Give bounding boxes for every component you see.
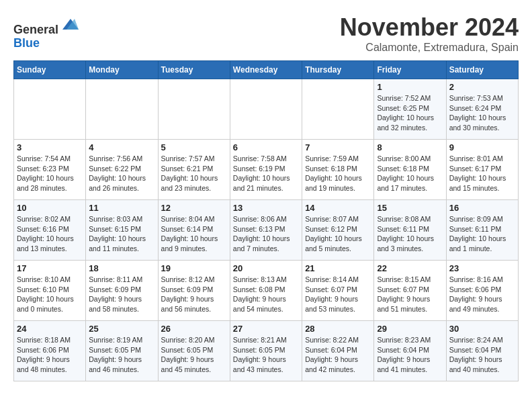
day-number: 25 — [89, 324, 154, 334]
day-number: 13 — [233, 203, 299, 213]
location-subtitle: Calamonte, Extremadura, Spain — [340, 42, 519, 54]
calendar-table: SundayMondayTuesdayWednesdayThursdayFrid… — [13, 60, 519, 381]
day-number: 9 — [449, 142, 515, 152]
calendar-cell: 28Sunrise: 8:22 AMSunset: 6:04 PMDayligh… — [302, 321, 374, 381]
calendar-cell: 25Sunrise: 8:19 AMSunset: 6:05 PMDayligh… — [86, 321, 158, 381]
calendar-cell: 12Sunrise: 8:04 AMSunset: 6:14 PMDayligh… — [158, 200, 230, 261]
calendar-week-2: 3Sunrise: 7:54 AMSunset: 6:23 PMDaylight… — [14, 140, 519, 200]
calendar-week-3: 10Sunrise: 8:02 AMSunset: 6:16 PMDayligh… — [14, 200, 519, 261]
day-number: 11 — [89, 203, 154, 213]
day-number: 26 — [161, 324, 227, 334]
day-number: 6 — [233, 142, 299, 152]
day-number: 3 — [17, 142, 83, 152]
day-number: 14 — [305, 203, 371, 213]
day-info: Sunrise: 7:57 AMSunset: 6:21 PMDaylight:… — [161, 154, 227, 193]
day-number: 2 — [449, 82, 515, 92]
title-block: November 2024 Calamonte, Extremadura, Sp… — [340, 13, 519, 54]
day-number: 27 — [233, 324, 299, 334]
day-number: 16 — [449, 203, 515, 213]
day-info: Sunrise: 8:21 AMSunset: 6:05 PMDaylight:… — [233, 335, 299, 375]
calendar-cell: 23Sunrise: 8:16 AMSunset: 6:06 PMDayligh… — [446, 261, 518, 321]
day-info: Sunrise: 8:06 AMSunset: 6:13 PMDaylight:… — [233, 214, 299, 254]
weekday-header-wednesday: Wednesday — [230, 61, 302, 79]
day-info: Sunrise: 8:00 AMSunset: 6:18 PMDaylight:… — [377, 154, 443, 193]
day-number: 8 — [377, 142, 443, 152]
calendar-cell: 21Sunrise: 8:14 AMSunset: 6:07 PMDayligh… — [302, 261, 374, 321]
calendar-cell: 16Sunrise: 8:09 AMSunset: 6:11 PMDayligh… — [446, 200, 518, 261]
calendar-cell: 14Sunrise: 8:07 AMSunset: 6:12 PMDayligh… — [302, 200, 374, 261]
day-info: Sunrise: 8:02 AMSunset: 6:16 PMDaylight:… — [17, 214, 83, 254]
calendar-week-1: 1Sunrise: 7:52 AMSunset: 6:25 PMDaylight… — [14, 79, 519, 140]
weekday-header-monday: Monday — [86, 61, 158, 79]
day-info: Sunrise: 8:09 AMSunset: 6:11 PMDaylight:… — [449, 214, 515, 254]
day-info: Sunrise: 8:11 AMSunset: 6:09 PMDaylight:… — [89, 275, 154, 314]
calendar-cell: 2Sunrise: 7:53 AMSunset: 6:24 PMDaylight… — [446, 79, 518, 140]
day-info: Sunrise: 8:04 AMSunset: 6:14 PMDaylight:… — [161, 214, 227, 254]
day-number: 17 — [17, 263, 83, 273]
day-number: 12 — [161, 203, 227, 213]
calendar-cell: 20Sunrise: 8:13 AMSunset: 6:08 PMDayligh… — [230, 261, 302, 321]
logo: General Blue — [13, 13, 80, 50]
day-info: Sunrise: 8:22 AMSunset: 6:04 PMDaylight:… — [305, 335, 371, 375]
day-number: 24 — [17, 324, 83, 334]
day-info: Sunrise: 8:08 AMSunset: 6:11 PMDaylight:… — [377, 214, 443, 254]
day-info: Sunrise: 8:15 AMSunset: 6:07 PMDaylight:… — [377, 275, 443, 314]
day-info: Sunrise: 7:56 AMSunset: 6:22 PMDaylight:… — [89, 154, 154, 193]
calendar-cell: 24Sunrise: 8:18 AMSunset: 6:06 PMDayligh… — [14, 321, 86, 381]
calendar-cell: 29Sunrise: 8:23 AMSunset: 6:04 PMDayligh… — [374, 321, 446, 381]
day-number: 20 — [233, 263, 299, 273]
day-info: Sunrise: 8:14 AMSunset: 6:07 PMDaylight:… — [305, 275, 371, 314]
calendar-cell: 18Sunrise: 8:11 AMSunset: 6:09 PMDayligh… — [86, 261, 158, 321]
day-number: 15 — [377, 203, 443, 213]
day-number: 4 — [89, 142, 154, 152]
day-info: Sunrise: 8:01 AMSunset: 6:17 PMDaylight:… — [449, 154, 515, 193]
calendar-cell — [230, 79, 302, 140]
day-info: Sunrise: 7:53 AMSunset: 6:24 PMDaylight:… — [449, 93, 515, 133]
day-number: 19 — [161, 263, 227, 273]
day-info: Sunrise: 8:23 AMSunset: 6:04 PMDaylight:… — [377, 335, 443, 375]
calendar-cell: 30Sunrise: 8:24 AMSunset: 6:04 PMDayligh… — [446, 321, 518, 381]
calendar-cell: 17Sunrise: 8:10 AMSunset: 6:10 PMDayligh… — [14, 261, 86, 321]
day-info: Sunrise: 7:54 AMSunset: 6:23 PMDaylight:… — [17, 154, 83, 193]
calendar-cell — [86, 79, 158, 140]
weekday-header-friday: Friday — [374, 61, 446, 79]
month-title: November 2024 — [340, 13, 519, 42]
day-number: 28 — [305, 324, 371, 334]
weekday-header-row: SundayMondayTuesdayWednesdayThursdayFrid… — [14, 61, 519, 79]
day-info: Sunrise: 7:52 AMSunset: 6:25 PMDaylight:… — [377, 93, 443, 133]
logo-general: General — [13, 23, 58, 36]
day-info: Sunrise: 8:12 AMSunset: 6:09 PMDaylight:… — [161, 275, 227, 314]
calendar-cell: 9Sunrise: 8:01 AMSunset: 6:17 PMDaylight… — [446, 140, 518, 200]
day-number: 18 — [89, 263, 154, 273]
calendar-cell: 4Sunrise: 7:56 AMSunset: 6:22 PMDaylight… — [86, 140, 158, 200]
calendar-cell: 1Sunrise: 7:52 AMSunset: 6:25 PMDaylight… — [374, 79, 446, 140]
calendar-cell: 19Sunrise: 8:12 AMSunset: 6:09 PMDayligh… — [158, 261, 230, 321]
day-info: Sunrise: 8:13 AMSunset: 6:08 PMDaylight:… — [233, 275, 299, 314]
calendar-cell: 8Sunrise: 8:00 AMSunset: 6:18 PMDaylight… — [374, 140, 446, 200]
day-info: Sunrise: 8:18 AMSunset: 6:06 PMDaylight:… — [17, 335, 83, 375]
calendar-cell: 26Sunrise: 8:20 AMSunset: 6:05 PMDayligh… — [158, 321, 230, 381]
weekday-header-tuesday: Tuesday — [158, 61, 230, 79]
calendar-cell: 7Sunrise: 7:59 AMSunset: 6:18 PMDaylight… — [302, 140, 374, 200]
logo-icon — [60, 13, 80, 34]
day-number: 7 — [305, 142, 371, 152]
day-number: 5 — [161, 142, 227, 152]
day-info: Sunrise: 8:24 AMSunset: 6:04 PMDaylight:… — [449, 335, 515, 375]
day-info: Sunrise: 8:20 AMSunset: 6:05 PMDaylight:… — [161, 335, 227, 375]
calendar-cell: 6Sunrise: 7:58 AMSunset: 6:19 PMDaylight… — [230, 140, 302, 200]
day-info: Sunrise: 8:19 AMSunset: 6:05 PMDaylight:… — [89, 335, 154, 375]
day-number: 21 — [305, 263, 371, 273]
calendar-cell — [302, 79, 374, 140]
day-info: Sunrise: 8:03 AMSunset: 6:15 PMDaylight:… — [89, 214, 154, 254]
day-info: Sunrise: 8:07 AMSunset: 6:12 PMDaylight:… — [305, 214, 371, 254]
calendar-cell — [14, 79, 86, 140]
day-info: Sunrise: 7:58 AMSunset: 6:19 PMDaylight:… — [233, 154, 299, 193]
day-info: Sunrise: 8:16 AMSunset: 6:06 PMDaylight:… — [449, 275, 515, 314]
weekday-header-sunday: Sunday — [14, 61, 86, 79]
weekday-header-saturday: Saturday — [446, 61, 518, 79]
day-number: 1 — [377, 82, 443, 92]
day-info: Sunrise: 7:59 AMSunset: 6:18 PMDaylight:… — [305, 154, 371, 193]
calendar-cell: 11Sunrise: 8:03 AMSunset: 6:15 PMDayligh… — [86, 200, 158, 261]
calendar-cell: 15Sunrise: 8:08 AMSunset: 6:11 PMDayligh… — [374, 200, 446, 261]
calendar-week-5: 24Sunrise: 8:18 AMSunset: 6:06 PMDayligh… — [14, 321, 519, 381]
